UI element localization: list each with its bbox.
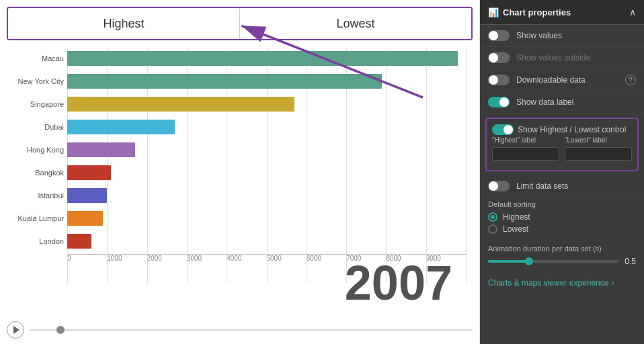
chart-icon: 📊: [488, 7, 499, 17]
show-hl-section: Show Highest / Lowest control "Highest" …: [485, 118, 639, 171]
animation-duration-section: Animation duration per data set (s) 0.5: [480, 242, 644, 271]
right-panel: 📊 Chart properties ∧ Show values Show va…: [480, 0, 644, 344]
highest-tab[interactable]: Highest: [8, 8, 240, 39]
sort-highest-row[interactable]: Highest: [488, 212, 636, 222]
playback-controls: [7, 321, 473, 339]
sort-highest-radio[interactable]: [488, 212, 497, 222]
city-label: New York City: [7, 77, 64, 85]
animation-value: 0.5: [625, 257, 636, 266]
table-row: Hong Kong: [67, 140, 466, 160]
slider-thumb: [525, 257, 533, 265]
bar: [67, 165, 111, 180]
charts-link[interactable]: Charts & maps viewer experience ›: [480, 271, 644, 294]
chart-panel: Highest Lowest Macau Ne: [0, 0, 480, 344]
table-row: New York City: [67, 71, 466, 91]
charts-link-text: Charts & maps viewer experience: [488, 278, 608, 288]
bar: [67, 142, 135, 157]
toggle-knob: [489, 181, 498, 191]
show-hl-control-row: Show Highest / Lowest control: [492, 124, 632, 135]
toggle-knob: [489, 31, 498, 40]
limit-data-sets-label: Limit data sets: [516, 181, 636, 191]
downloadable-data-toggle[interactable]: [488, 75, 510, 85]
panel-header: 📊 Chart properties ∧: [480, 0, 644, 25]
show-values-outside-toggle[interactable]: [488, 52, 510, 63]
city-label: Bangkok: [7, 169, 64, 177]
year-watermark: 2007: [345, 255, 452, 310]
animation-duration-row: 0.5: [488, 257, 636, 266]
show-values-toggle[interactable]: [488, 30, 510, 41]
show-values-row: Show values: [480, 25, 644, 47]
city-label: Hong Kong: [7, 146, 64, 154]
city-label: Singapore: [7, 100, 64, 108]
show-data-label-label: Show data label: [516, 97, 636, 107]
bar: [67, 234, 91, 249]
highest-label-text: "Highest" label: [492, 136, 559, 144]
timeline-slider[interactable]: [30, 329, 473, 331]
show-values-label: Show values: [516, 31, 636, 40]
limit-data-sets-toggle[interactable]: [488, 181, 510, 191]
charts-link-arrow: ›: [611, 278, 614, 288]
show-data-label-toggle[interactable]: [488, 97, 510, 108]
bar: [67, 120, 175, 134]
table-row: Dubai: [67, 117, 466, 137]
show-hl-toggle[interactable]: [492, 124, 514, 135]
table-row: Kuala Lumpur: [67, 208, 466, 228]
sort-highest-label: Highest: [503, 212, 530, 222]
slider-fill: [488, 260, 528, 263]
show-values-outside-label: Show values outside: [516, 53, 636, 62]
show-hl-label: Show Highest / Lowest control: [518, 125, 632, 134]
default-sorting-section: Default sorting Highest Lowest: [480, 198, 644, 242]
city-label: Macau: [7, 54, 64, 62]
table-row: Macau: [67, 48, 466, 69]
highest-label-col: "Highest" label: [492, 136, 559, 161]
lowest-label-input[interactable]: [565, 147, 632, 161]
downloadable-data-label: Downloadable data: [516, 75, 618, 85]
animation-duration-title: Animation duration per data set (s): [488, 245, 636, 253]
bar: [67, 211, 103, 226]
city-label: Kuala Lumpur: [7, 214, 64, 222]
table-row: Singapore: [67, 94, 466, 114]
city-label: Istanbul: [7, 191, 64, 200]
show-data-label-row: Show data label: [480, 91, 644, 114]
toggle-tabs: Highest Lowest: [7, 7, 473, 40]
play-icon: [13, 326, 19, 334]
city-label: Dubai: [7, 123, 64, 131]
lowest-label-col: "Lowest" label: [565, 136, 632, 161]
sort-lowest-row[interactable]: Lowest: [488, 224, 636, 234]
limit-data-sets-row: Limit data sets: [480, 175, 644, 198]
bar: [67, 97, 294, 112]
bar-chart: Macau New York City Singapore Dubai Hong…: [67, 48, 466, 251]
play-button[interactable]: [7, 321, 24, 339]
default-sorting-title: Default sorting: [488, 200, 636, 208]
bar: [67, 51, 458, 66]
animation-slider[interactable]: [488, 260, 619, 263]
toggle-knob: [504, 125, 513, 134]
collapse-button[interactable]: ∧: [629, 7, 636, 17]
lowest-label-text: "Lowest" label: [565, 136, 632, 144]
show-values-outside-row: Show values outside: [480, 47, 644, 69]
toggle-knob: [489, 75, 498, 85]
lowest-tab[interactable]: Lowest: [240, 8, 471, 39]
toggle-knob: [489, 53, 498, 62]
bar: [67, 74, 382, 89]
sort-lowest-label: Lowest: [503, 224, 528, 234]
hl-labels-row: "Highest" label "Lowest" label: [492, 136, 632, 161]
table-row: Istanbul: [67, 185, 466, 206]
toggle-knob: [499, 97, 509, 107]
sort-lowest-radio[interactable]: [488, 224, 497, 234]
city-label: London: [7, 237, 64, 245]
downloadable-data-row: Downloadable data ?: [480, 69, 644, 91]
table-row: London: [67, 231, 466, 251]
timeline-thumb: [56, 326, 65, 334]
panel-title: 📊 Chart properties: [488, 7, 571, 17]
highest-label-input[interactable]: [492, 147, 559, 161]
bar: [67, 188, 107, 203]
table-row: Bangkok: [67, 163, 466, 183]
help-icon[interactable]: ?: [625, 75, 636, 85]
